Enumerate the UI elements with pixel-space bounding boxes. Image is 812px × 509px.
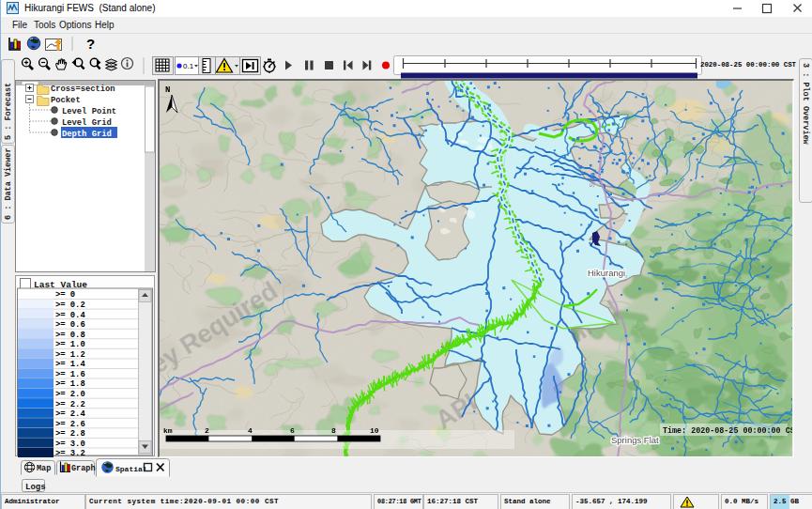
svg-text:Logs: Logs bbox=[25, 483, 46, 492]
svg-text:>= 2.4: >= 2.4 bbox=[55, 409, 85, 419]
svg-text:Map: Map bbox=[37, 464, 51, 473]
svg-text:>= 2.2: >= 2.2 bbox=[55, 400, 85, 409]
svg-text:>= 0.6: >= 0.6 bbox=[55, 320, 85, 330]
svg-text:10: 10 bbox=[370, 426, 379, 435]
svg-text:?: ? bbox=[86, 36, 95, 52]
svg-text:>= 3.0: >= 3.0 bbox=[55, 440, 85, 449]
svg-text:Cross=section: Cross=section bbox=[51, 85, 115, 94]
svg-text:>= 0.2: >= 0.2 bbox=[55, 301, 85, 310]
svg-text:>= 1.0: >= 1.0 bbox=[55, 340, 85, 349]
svg-text:4: 4 bbox=[248, 426, 253, 435]
svg-text:>= 2.8: >= 2.8 bbox=[55, 429, 85, 439]
svg-text:SH 1: SH 1 bbox=[588, 172, 597, 188]
svg-text:Hikurangi: Hikurangi bbox=[588, 268, 625, 278]
svg-text:>= 0: >= 0 bbox=[55, 290, 75, 300]
svg-text:N: N bbox=[165, 85, 170, 95]
svg-text:>= 3.2: >= 3.2 bbox=[55, 449, 85, 457]
svg-text:>= 1.2: >= 1.2 bbox=[55, 350, 85, 360]
svg-text:>= 1.6: >= 1.6 bbox=[55, 370, 85, 379]
svg-text:Depth Grid: Depth Grid bbox=[62, 130, 112, 139]
svg-text:Pocket: Pocket bbox=[51, 96, 81, 105]
svg-text:2020-08-25 00:00:00 CST: 2020-08-25 00:00:00 CST bbox=[700, 61, 797, 69]
svg-text:Springs Flat: Springs Flat bbox=[611, 435, 659, 445]
svg-text:Spatial: Spatial bbox=[115, 465, 147, 473]
svg-text:>= 0.4: >= 0.4 bbox=[55, 311, 85, 320]
svg-text:0.1: 0.1 bbox=[183, 62, 194, 70]
svg-text:>= 2.0: >= 2.0 bbox=[55, 390, 85, 399]
svg-text:>= 0.8: >= 0.8 bbox=[55, 331, 85, 340]
svg-text:km: km bbox=[163, 426, 173, 435]
svg-text:Time: 2020-08-25 00:00:00 CST: Time: 2020-08-25 00:00:00 CST bbox=[663, 426, 792, 436]
svg-text:2: 2 bbox=[205, 426, 209, 435]
svg-text:>= 1.8: >= 1.8 bbox=[55, 379, 85, 389]
svg-text:6: 6 bbox=[290, 426, 295, 435]
svg-text:Level Grid: Level Grid bbox=[62, 118, 112, 128]
svg-text:>= 1.4: >= 1.4 bbox=[55, 360, 85, 369]
svg-text:8: 8 bbox=[331, 426, 336, 435]
svg-text:>= 2.6: >= 2.6 bbox=[55, 420, 85, 429]
svg-text:Level Point: Level Point bbox=[62, 107, 116, 116]
svg-text:Graph: Graph bbox=[71, 464, 96, 473]
